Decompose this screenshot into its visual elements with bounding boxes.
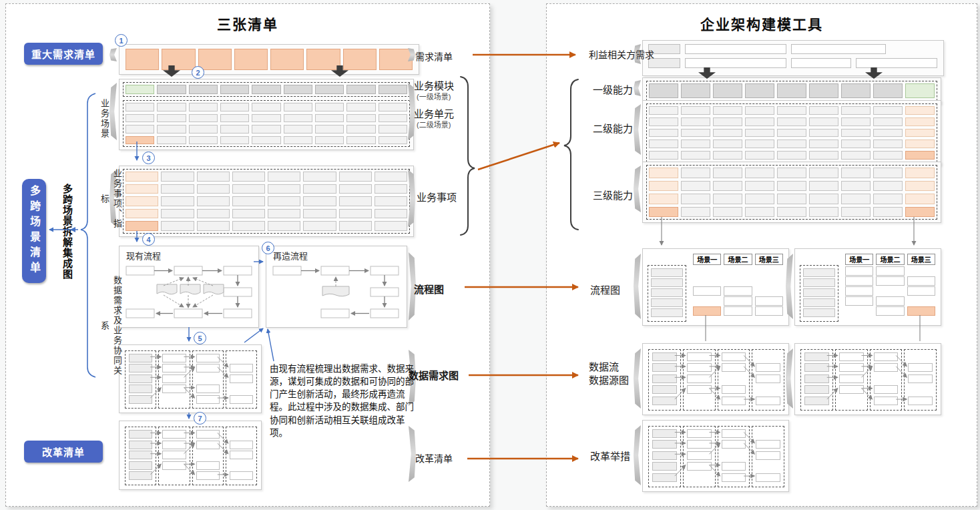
swimlane-lane-column [800, 265, 838, 322]
grid-cell [649, 207, 678, 218]
grid-cell [873, 83, 903, 98]
label-business-unit: 业务单元 [414, 106, 454, 120]
grid-cell [745, 106, 774, 115]
grid-cell [873, 194, 903, 204]
lane-step-box [651, 298, 683, 307]
mapping-box [129, 385, 152, 393]
grid-cell [777, 194, 806, 204]
grid-cell [777, 140, 806, 148]
mapping-box [162, 385, 186, 393]
mapping-column [226, 427, 257, 485]
grid-cell [745, 83, 774, 98]
grid-cell [232, 209, 265, 219]
mapping-box [230, 395, 253, 404]
grid-cell [220, 103, 249, 111]
current-process-box: 现有流程 [119, 246, 259, 328]
grid-cell [375, 196, 407, 206]
grid-cell [232, 221, 265, 231]
grid-cell [197, 221, 230, 231]
mapping-column [718, 349, 750, 411]
grid-cell [841, 194, 871, 204]
grid-cell [189, 125, 218, 134]
grid-cell [713, 207, 742, 218]
step-1-badge: 1 [115, 34, 128, 47]
grid-cell [197, 196, 230, 206]
mapping-column [904, 349, 937, 411]
grid-cell [252, 125, 280, 134]
grid-cell [268, 221, 300, 231]
swimlane-activity-box [907, 306, 935, 316]
grid-cell [197, 209, 230, 219]
scene-tab: 场景三 [907, 254, 935, 265]
grid-cell [777, 151, 806, 160]
grid-cell [346, 103, 375, 111]
grid-cell [375, 209, 407, 219]
step-3-badge: 3 [142, 152, 155, 164]
grid-cell [745, 194, 774, 204]
grid-cell [649, 168, 678, 178]
grid-cell [681, 194, 710, 204]
grid-cell [375, 172, 407, 182]
badge-major-requirements: 重大需求清单 [24, 43, 103, 65]
label-flow-chart-right: 流程图 [590, 282, 620, 296]
scene-tab: 场景一 [845, 254, 873, 265]
grid-cell [220, 136, 249, 145]
grid-cell [284, 103, 312, 111]
level1-capability-row [646, 81, 937, 101]
mapping-column [125, 350, 156, 409]
grid-cell [809, 168, 838, 178]
mapping-box [687, 363, 712, 372]
label-business-unit-sub: (二级场景) [417, 119, 451, 130]
label-reform-list: 改革清单 [415, 451, 453, 465]
grid-cell [905, 168, 935, 178]
grid-cell [126, 196, 158, 206]
grid-cell [339, 221, 372, 231]
grid-cell [649, 194, 678, 204]
grid-cell [346, 85, 375, 94]
grid-cell [126, 85, 154, 94]
mapping-box [874, 363, 899, 372]
grid-cell [268, 172, 300, 182]
grid-cell [777, 181, 806, 192]
data-flow-source-map-1 [642, 343, 789, 415]
swimlane-lane-column [648, 265, 686, 322]
mapping-box [196, 395, 220, 404]
mapping-box [652, 462, 677, 471]
grid-cell [315, 85, 344, 94]
mapping-box [162, 364, 186, 372]
mapping-box [874, 352, 899, 361]
label-flow-chart-left: 流程图 [414, 282, 444, 296]
mapping-box [804, 374, 829, 383]
lane-step-box [651, 278, 683, 287]
grid-cell [873, 207, 903, 218]
grid-cell [157, 103, 186, 111]
label-data-flow-line2: 数据源图 [589, 372, 629, 387]
grid-cell [905, 181, 935, 192]
scenario-flow-chart-2: 场景一场景二场景三 [794, 248, 941, 326]
mapping-box [804, 385, 829, 394]
grid-cell [809, 207, 838, 218]
grid-cell [713, 106, 742, 115]
swimlane-activity-box [845, 276, 873, 286]
swimlane-activity-box [693, 286, 721, 296]
mapping-box [839, 374, 864, 383]
grid-cell [161, 184, 194, 194]
grid-cell [126, 221, 158, 231]
mapping-box [129, 395, 152, 404]
grid-cell [284, 125, 312, 134]
grid-cell [873, 140, 903, 148]
grid-cell [713, 83, 742, 98]
grid-cell [161, 172, 194, 182]
grid-cell [126, 103, 154, 111]
swimlane-activity-box [876, 276, 904, 286]
grid-cell [873, 151, 903, 160]
mapping-box [722, 440, 746, 449]
swimlane-activity-box [724, 286, 752, 296]
data-requirement-map [119, 344, 262, 413]
mapping-box [129, 364, 152, 372]
mapping-box [722, 352, 746, 361]
mapping-box [129, 471, 152, 480]
label-current-process: 现有流程 [126, 249, 161, 262]
grid-cell [681, 168, 710, 178]
scenario-flow-chart-1: 场景一场景二场景三 [642, 248, 789, 326]
